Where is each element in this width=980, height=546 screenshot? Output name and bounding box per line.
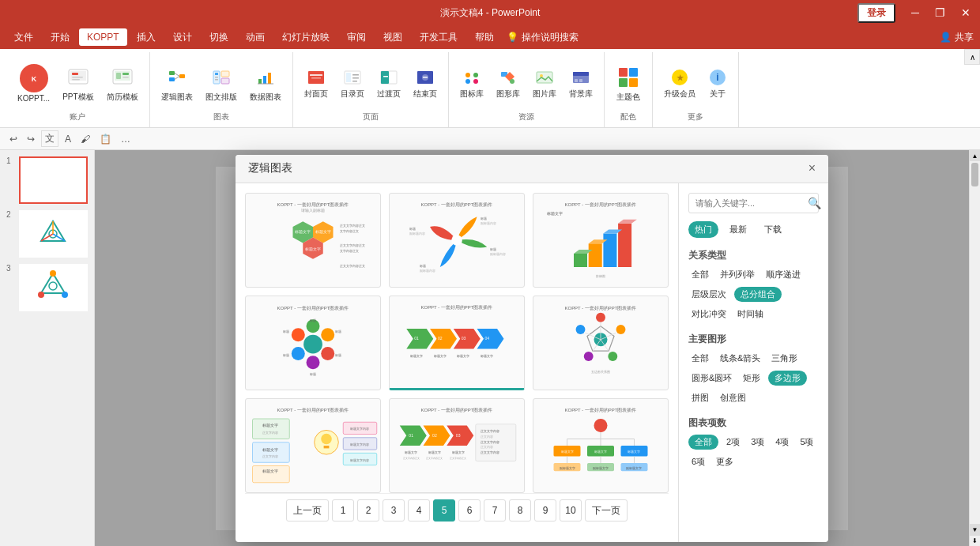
chart-item-2[interactable]: KOPPT - 一套好用的PPT图表插件 标题 副标题内容 标题 bbox=[389, 193, 525, 288]
font-color-btn[interactable]: A bbox=[62, 132, 74, 146]
menu-search[interactable]: 💡 操作说明搜索 bbox=[507, 31, 579, 44]
restore-button[interactable]: ❐ bbox=[935, 6, 945, 19]
count-3[interactable]: 3项 bbox=[748, 435, 767, 450]
relation-all[interactable]: 全部 bbox=[688, 267, 712, 282]
ribbon-collapse-button[interactable]: ∧ bbox=[964, 49, 980, 65]
menu-home[interactable]: 开始 bbox=[43, 28, 77, 47]
shape-puzzle[interactable]: 拼图 bbox=[688, 390, 712, 405]
menu-review[interactable]: 审阅 bbox=[339, 28, 374, 47]
slide-thumb-1[interactable]: 1 bbox=[6, 156, 88, 204]
relation-hierarchy[interactable]: 层级层次 bbox=[688, 287, 729, 302]
page-btn-3[interactable]: 3 bbox=[383, 499, 405, 522]
ppt-template-button[interactable]: PPT模板 bbox=[58, 62, 98, 106]
chart-item-1[interactable]: KOPPT - 一套好用的PPT图表插件 请输入副标题 标题文字 标题文字 标题… bbox=[245, 193, 381, 288]
slide-thumb-3[interactable]: 3 bbox=[6, 264, 88, 311]
logic-chart-button[interactable]: 逻辑图表 bbox=[156, 62, 198, 106]
menu-help[interactable]: 帮助 bbox=[467, 28, 502, 47]
slide-image-3[interactable] bbox=[19, 264, 88, 311]
chart-item-9[interactable]: KOPPT - 一套好用的PPT图表插件 bbox=[533, 398, 669, 493]
scroll-end-button[interactable]: ⬇ bbox=[970, 535, 980, 546]
toolbar-more-btn[interactable]: … bbox=[118, 132, 134, 146]
menu-koppt[interactable]: KOPPT bbox=[79, 28, 127, 46]
catalog-page-button[interactable]: 目录页 bbox=[336, 65, 369, 103]
count-6[interactable]: 6项 bbox=[688, 454, 708, 469]
shape-circle[interactable]: 圆形&圆环 bbox=[688, 371, 735, 386]
slide-image-1[interactable] bbox=[19, 156, 88, 204]
theme-button[interactable]: 主题色 bbox=[611, 62, 646, 106]
about-button[interactable]: i 关于 bbox=[703, 65, 732, 103]
relation-timeline[interactable]: 时间轴 bbox=[734, 307, 767, 322]
share-button[interactable]: 👤 共享 bbox=[940, 31, 974, 44]
count-5[interactable]: 5项 bbox=[797, 435, 816, 450]
menu-insert[interactable]: 插入 bbox=[129, 28, 164, 47]
chart-item-7[interactable]: KOPPT - 一套好用的PPT图表插件 标题文字 正文字内容 标题文字 bbox=[245, 398, 381, 493]
page-btn-8[interactable]: 8 bbox=[509, 499, 531, 522]
copy-format-btn[interactable]: 📋 bbox=[96, 132, 115, 146]
relation-group[interactable]: 总分组合 bbox=[734, 287, 782, 302]
end-page-button[interactable]: 结束页 bbox=[409, 65, 442, 103]
count-4[interactable]: 4项 bbox=[772, 435, 792, 450]
image-lib-button[interactable]: 图片库 bbox=[528, 65, 561, 103]
relation-sequence[interactable]: 顺序递进 bbox=[763, 267, 804, 282]
transition-page-button[interactable]: 过渡页 bbox=[372, 65, 405, 103]
menu-slideshow[interactable]: 幻灯片放映 bbox=[274, 28, 337, 47]
relation-parallel[interactable]: 并列列举 bbox=[717, 267, 758, 282]
prev-page-button[interactable]: 上一页 bbox=[286, 499, 329, 522]
search-icon[interactable]: 🔍 bbox=[808, 197, 821, 209]
login-button[interactable]: 登录 bbox=[858, 3, 895, 23]
cover-page-button[interactable]: 封面页 bbox=[300, 65, 333, 103]
chart-item-4[interactable]: KOPPT - 一套好用的PPT图表插件 bbox=[245, 296, 381, 390]
slide-thumb-2[interactable]: 2 bbox=[6, 210, 88, 258]
page-btn-2[interactable]: 2 bbox=[357, 499, 379, 522]
undo-button[interactable]: ↩ bbox=[6, 132, 21, 146]
search-input[interactable] bbox=[695, 198, 805, 208]
chart-item-8[interactable]: KOPPT - 一套好用的PPT图表插件 01 02 03 标题文 bbox=[389, 398, 525, 493]
chart-item-5[interactable]: KOPPT - 一套好用的PPT图表插件 01 02 03 04 bbox=[389, 296, 525, 390]
page-btn-6[interactable]: 6 bbox=[458, 499, 481, 522]
scrollbar-right[interactable]: ▲ ▼ ⬇ bbox=[969, 150, 980, 546]
page-btn-9[interactable]: 9 bbox=[534, 499, 556, 522]
shape-creative[interactable]: 创意图 bbox=[717, 390, 749, 405]
format-btn[interactable]: 文 bbox=[41, 130, 58, 147]
menu-transition[interactable]: 切换 bbox=[202, 28, 236, 47]
count-2[interactable]: 2项 bbox=[723, 435, 743, 450]
menu-design[interactable]: 设计 bbox=[165, 28, 200, 47]
menu-animation[interactable]: 动画 bbox=[238, 28, 273, 47]
shape-rect[interactable]: 矩形 bbox=[740, 371, 763, 386]
page-btn-10[interactable]: 10 bbox=[560, 499, 582, 522]
paint-btn[interactable]: 🖌 bbox=[77, 132, 93, 146]
bg-lib-button[interactable]: 背景库 bbox=[564, 65, 597, 103]
close-button[interactable]: ✕ bbox=[961, 6, 971, 19]
koppt-button[interactable]: K KOPPT... bbox=[13, 61, 55, 106]
shape-lines[interactable]: 线条&箭头 bbox=[717, 351, 763, 366]
redo-button[interactable]: ↪ bbox=[24, 132, 38, 146]
filter-tab-hot[interactable]: 热门 bbox=[688, 221, 718, 238]
menu-file[interactable]: 文件 bbox=[6, 28, 41, 47]
chart-item-6[interactable]: KOPPT - 一套好用的PPT图表插件 bbox=[533, 296, 669, 390]
count-more[interactable]: 更多 bbox=[713, 454, 737, 469]
text-layout-button[interactable]: 图文排版 bbox=[201, 62, 242, 106]
chart-item-3[interactable]: KOPPT - 一套好用的PPT图表插件 标题文字 bbox=[533, 193, 669, 288]
shape-triangle[interactable]: 三角形 bbox=[768, 351, 801, 366]
menu-view[interactable]: 视图 bbox=[375, 28, 410, 47]
page-btn-1[interactable]: 1 bbox=[332, 499, 354, 522]
shape-all[interactable]: 全部 bbox=[688, 351, 712, 366]
scroll-up-button[interactable]: ▲ bbox=[970, 150, 980, 161]
menu-developer[interactable]: 开发工具 bbox=[412, 28, 466, 47]
icon-lib-button[interactable]: 图标库 bbox=[455, 65, 488, 103]
shape-polygon[interactable]: 多边形 bbox=[768, 371, 807, 386]
scroll-down-button[interactable]: ▼ bbox=[970, 524, 980, 535]
simple-template-button[interactable]: 简历模板 bbox=[102, 62, 143, 106]
page-btn-7[interactable]: 7 bbox=[484, 499, 506, 522]
page-btn-5[interactable]: 5 bbox=[433, 499, 455, 522]
next-page-button[interactable]: 下一页 bbox=[585, 499, 628, 522]
count-all[interactable]: 全部 bbox=[688, 435, 718, 450]
filter-tab-new[interactable]: 最新 bbox=[723, 221, 753, 238]
scroll-thumb[interactable] bbox=[971, 163, 978, 186]
data-chart-button[interactable]: 数据图表 bbox=[245, 62, 286, 106]
relation-contrast[interactable]: 对比冲突 bbox=[688, 307, 729, 322]
slide-image-2[interactable] bbox=[19, 210, 88, 258]
dialog-close-button[interactable]: × bbox=[808, 161, 816, 175]
shape-lib-button[interactable]: 图形库 bbox=[492, 65, 525, 103]
minimize-button[interactable]: ─ bbox=[911, 6, 919, 19]
